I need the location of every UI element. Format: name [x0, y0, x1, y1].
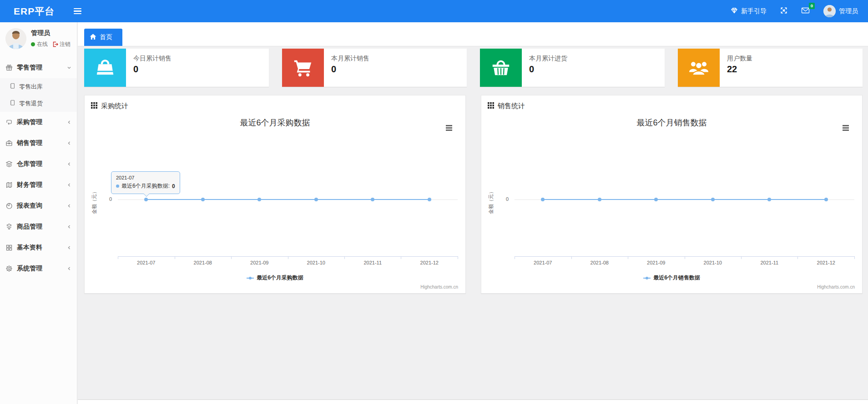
x-axis-tick — [401, 256, 401, 259]
sidebar-item-label: 商品管理 — [17, 223, 42, 231]
tooltip-series-label: 最近6个月采购数据: — [121, 182, 170, 190]
tab-home[interactable]: 首页 — [84, 29, 122, 46]
user-name: 管理员 — [31, 29, 71, 37]
purchase-stats-panel: 采购统计 最近6个月采购数据 金额（元） 0 — [84, 95, 466, 294]
legend-label: 最近6个月采购数据 — [257, 274, 303, 282]
legend-item[interactable]: 最近6个月采购数据 — [85, 274, 465, 282]
main-content: 首页 今日累计销售 0 本月累计销售 0 — [78, 22, 868, 404]
data-point[interactable] — [314, 198, 318, 201]
top-navbar: ERP平台 新手引导 0 管理员 — [0, 0, 868, 22]
x-axis-label: 2021-10 — [307, 260, 325, 265]
map-icon — [5, 181, 13, 189]
message-count-badge: 0 — [809, 3, 815, 9]
users-icon — [678, 49, 720, 87]
x-axis-label: 2021-12 — [420, 260, 439, 265]
x-axis-tick — [515, 256, 515, 259]
legend-marker-icon — [643, 276, 651, 280]
sidebar-item-label: 采购管理 — [17, 118, 42, 126]
stat-card-today-sales: 今日累计销售 0 — [84, 49, 269, 87]
journal-icon — [9, 100, 15, 107]
th-grid-icon — [91, 102, 97, 110]
stat-card-value: 22 — [727, 64, 752, 75]
sidebar-item-system[interactable]: 系统管理 — [0, 258, 77, 279]
data-point[interactable] — [767, 198, 771, 201]
x-axis-tick — [231, 256, 232, 259]
stat-card-text: 今日累计销售 0 — [126, 49, 172, 87]
data-point[interactable] — [201, 198, 205, 201]
stat-card-value: 0 — [529, 64, 567, 75]
sales-stats-panel: 销售统计 最近6个月销售数据 金额（元） 0 — [481, 95, 863, 294]
sidebar-item-retail-return[interactable]: 零售退货 — [0, 95, 77, 112]
x-axis-label: 2021-11 — [760, 260, 778, 265]
sidebar-item-retail-outbound[interactable]: 零售出库 — [0, 78, 77, 95]
x-axis-tick — [571, 256, 572, 259]
data-point[interactable] — [257, 198, 261, 201]
data-point[interactable] — [428, 198, 431, 201]
repeat-icon — [5, 119, 13, 126]
series-line — [543, 199, 826, 200]
data-point[interactable] — [654, 198, 658, 201]
messages-button[interactable]: 0 — [801, 7, 810, 15]
stat-cards-row: 今日累计销售 0 本月累计销售 0 本月累计进货 0 — [84, 49, 863, 87]
stat-card-title: 今日累计销售 — [133, 55, 172, 63]
sign-out-icon — [52, 41, 58, 47]
sidebar-item-label: 系统管理 — [17, 264, 42, 273]
briefcase-icon — [5, 140, 13, 147]
sidebar-submenu-retail: 零售出库 零售退货 — [0, 78, 77, 112]
x-axis-label: 2021-09 — [250, 260, 268, 265]
highcharts-credits-link[interactable]: Highcharts.com.cn — [817, 284, 855, 289]
x-axis-label: 2021-10 — [704, 260, 722, 265]
sidebar-item-purchase[interactable]: 采购管理 — [0, 112, 77, 133]
x-axis-tick — [741, 256, 742, 259]
sidebar-item-label: 仓库管理 — [17, 160, 42, 168]
stat-card-month-sales: 本月累计销售 0 — [282, 49, 467, 87]
user-menu[interactable]: 管理员 — [823, 5, 858, 17]
sidebar-item-basics[interactable]: 基本资料 — [0, 237, 77, 258]
stat-card-title: 本月累计进货 — [529, 55, 567, 63]
tooltip-row: 最近6个月采购数据: 0 — [116, 182, 175, 190]
avatar — [5, 28, 26, 49]
chevron-left-icon — [67, 141, 71, 145]
x-axis-label: 2021-07 — [137, 260, 155, 265]
data-point[interactable] — [824, 198, 828, 201]
data-point[interactable] — [144, 198, 148, 201]
x-axis-tick — [458, 256, 458, 259]
sidebar-item-label: 报表查询 — [17, 202, 42, 210]
x-axis-tick — [344, 256, 345, 259]
data-point[interactable] — [598, 198, 601, 201]
x-axis-label: 2021-08 — [194, 260, 212, 265]
sidebar-menu: 零售管理 零售出库 零售退货 采购管理 销售管理 仓库管理 — [0, 57, 77, 279]
series-line — [146, 199, 429, 200]
data-point[interactable] — [541, 198, 545, 201]
sidebar-item-warehouse[interactable]: 仓库管理 — [0, 154, 77, 175]
sidebar-item-label: 零售管理 — [17, 64, 42, 72]
user-status-row: 在线 注销 — [31, 40, 71, 48]
series-marker-icon — [116, 185, 119, 188]
legend-item[interactable]: 最近6个月销售数据 — [481, 274, 862, 282]
stat-card-month-purchase: 本月累计进货 0 — [480, 49, 665, 87]
highcharts-credits-link[interactable]: Highcharts.com.cn — [420, 284, 458, 289]
logout-button[interactable]: 注销 — [52, 40, 71, 48]
gear-icon — [5, 265, 13, 272]
fullscreen-button[interactable] — [780, 7, 787, 15]
sidebar-item-finance[interactable]: 财务管理 — [0, 175, 77, 195]
shopping-bag-icon — [84, 49, 126, 87]
chevron-left-icon — [67, 162, 71, 166]
data-point[interactable] — [711, 198, 715, 201]
legend-marker-icon — [247, 276, 254, 280]
chevron-left-icon — [67, 245, 71, 250]
tab-home-label: 首页 — [100, 33, 112, 41]
chevron-down-icon — [67, 65, 71, 70]
guide-button[interactable]: 新手引导 — [731, 7, 767, 15]
sidebar-toggle-icon[interactable] — [74, 8, 81, 15]
online-status-label: 在线 — [37, 40, 48, 48]
data-point[interactable] — [371, 198, 374, 201]
gem-icon — [731, 7, 738, 15]
sidebar-item-reports[interactable]: 报表查询 — [0, 195, 77, 216]
sidebar-item-retail[interactable]: 零售管理 — [0, 57, 77, 78]
tooltip-date: 2021-07 — [116, 175, 175, 180]
sidebar-item-sales[interactable]: 销售管理 — [0, 133, 77, 154]
sidebar-item-goods[interactable]: 商品管理 — [0, 216, 77, 237]
x-axis-tick — [175, 256, 175, 259]
sidebar-item-label: 零售退货 — [19, 100, 43, 108]
